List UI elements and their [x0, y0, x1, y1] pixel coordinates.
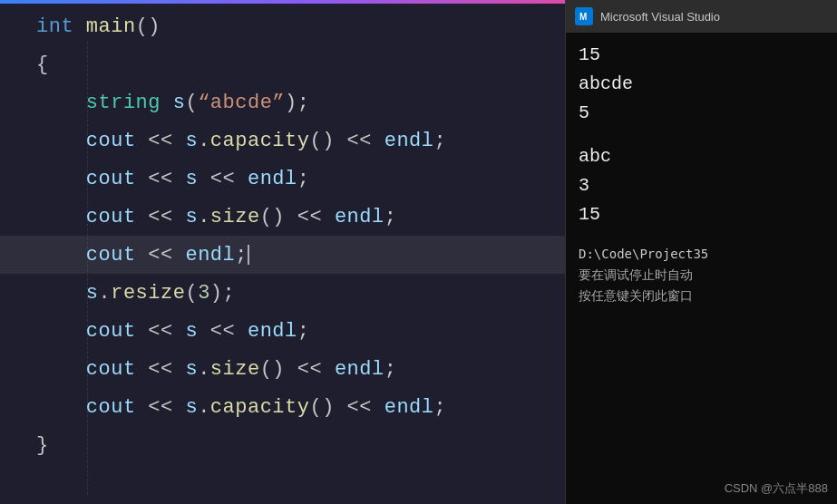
line-content-1: int main(): [36, 15, 161, 38]
console-output-6: 15: [579, 201, 824, 228]
svg-text:M: M: [579, 12, 587, 22]
line-content-11: cout << s.capacity() << endl;: [36, 396, 446, 419]
line-content-7: cout << endl;: [36, 244, 249, 267]
console-path: D:\Code\Project35: [579, 245, 824, 264]
text-cursor: [248, 245, 249, 265]
code-line-4: cout << s.capacity() << endl;: [0, 121, 617, 160]
code-line-8: s.resize(3);: [0, 274, 617, 312]
console-output-5: 3: [579, 172, 824, 199]
code-editor: int main() { string s(“abcde”); cout << …: [0, 0, 617, 504]
line-content-10: cout << s.size() << endl;: [36, 358, 396, 381]
console-footer-1: 要在调试停止时自动: [579, 266, 824, 285]
watermark: CSDN @六点半888: [725, 480, 828, 497]
console-output-2: abcde: [579, 71, 824, 98]
code-line-2: {: [0, 45, 617, 83]
line-content-12: }: [36, 434, 49, 457]
code-line-6: cout << s.size() << endl;: [0, 198, 617, 236]
line-content-3: string s(“abcde”);: [36, 92, 309, 114]
console-header: M Microsoft Visual Studio: [566, 0, 837, 33]
code-line-5: cout << s << endl;: [0, 160, 617, 198]
console-gap-2: [579, 230, 824, 245]
code-line-3: string s(“abcde”);: [0, 83, 617, 121]
line-content-5: cout << s << endl;: [36, 168, 309, 190]
code-line-1: int main(): [0, 7, 617, 45]
console-title: Microsoft Visual Studio: [600, 10, 720, 24]
code-line-11: cout << s.capacity() << endl;: [0, 388, 617, 426]
code-line-12: }: [0, 426, 617, 464]
console-output-1: 15: [579, 42, 824, 69]
line-content-4: cout << s.capacity() << endl;: [36, 130, 446, 152]
code-line-7: cout << endl;: [0, 236, 617, 274]
console-body: 15 abcde 5 abc 3 15 D:\Code\Project35 要在…: [566, 33, 837, 315]
line-content-9: cout << s << endl;: [36, 320, 309, 343]
code-line-9: cout << s << endl;: [0, 312, 617, 350]
code-line-10: cout << s.size() << endl;: [0, 350, 617, 388]
line-content-2: {: [36, 53, 49, 76]
line-content-6: cout << s.size() << endl;: [36, 206, 396, 228]
code-area[interactable]: int main() { string s(“abcde”); cout << …: [0, 0, 617, 471]
console-footer-2: 按任意键关闭此窗口: [579, 286, 824, 305]
console-output-4: abc: [579, 143, 824, 170]
console-output-3: 5: [579, 100, 824, 127]
line-content-8: s.resize(3);: [36, 282, 235, 305]
console-gap-1: [579, 129, 824, 143]
vs-icon: M: [575, 7, 593, 25]
console-panel: M Microsoft Visual Studio 15 abcde 5 abc…: [565, 0, 837, 504]
